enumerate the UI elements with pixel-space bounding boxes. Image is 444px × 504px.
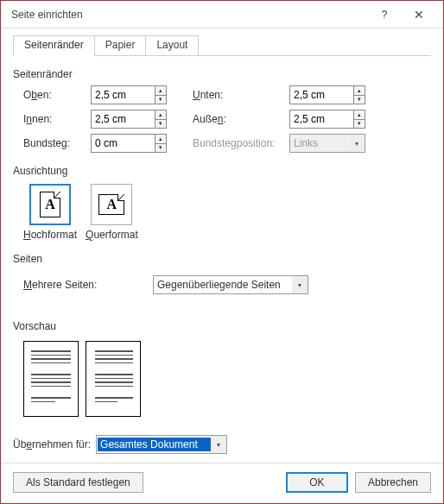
- titlebar: Seite einrichten ? ✕: [1, 1, 443, 28]
- chevron-down-icon[interactable]: ▾: [211, 436, 226, 453]
- multiple-pages-label: Mehrere Seiten:: [23, 279, 143, 291]
- inner-spinner[interactable]: ▲▼: [91, 110, 167, 129]
- apply-label: Übernehmen für:: [13, 438, 91, 450]
- landscape-icon: [98, 194, 124, 215]
- top-spinner[interactable]: ▲▼: [91, 85, 167, 104]
- page-setup-dialog: Seite einrichten ? ✕ Seitenränder Papier…: [0, 0, 444, 504]
- chevron-down-icon[interactable]: ▾: [292, 276, 308, 293]
- down-icon[interactable]: ▼: [155, 144, 166, 153]
- portrait-label: Hochformat: [23, 229, 77, 241]
- dialog-title: Seite einrichten: [11, 9, 367, 21]
- up-icon[interactable]: ▲: [155, 135, 166, 144]
- tab-paper[interactable]: Papier: [94, 35, 147, 56]
- chevron-down-icon: ▾: [349, 135, 365, 152]
- bottom-spinner[interactable]: ▲▼: [289, 85, 365, 104]
- close-button[interactable]: ✕: [402, 3, 436, 27]
- down-icon[interactable]: ▼: [155, 96, 166, 104]
- up-icon[interactable]: ▲: [354, 110, 365, 120]
- outer-label: Außen:: [193, 113, 289, 125]
- preview-heading: Vorschau: [13, 320, 431, 332]
- apply-row: Übernehmen für: Gesamtes Dokument▾: [13, 425, 431, 454]
- landscape-box[interactable]: [91, 184, 132, 225]
- margins-grid: Oben: ▲▼ Unten: ▲▼ Innen: ▲▼ Außen: ▲▼ B…: [23, 85, 431, 153]
- top-input[interactable]: [92, 86, 155, 104]
- portrait-box[interactable]: [29, 184, 71, 225]
- top-label: Oben:: [23, 89, 91, 101]
- multiple-pages-dropdown[interactable]: Gegenüberliegende Seiten▾: [153, 275, 308, 294]
- cancel-button[interactable]: Abbrechen: [355, 472, 431, 493]
- inner-input[interactable]: [92, 110, 155, 128]
- orientation-portrait[interactable]: Hochformat: [23, 184, 77, 241]
- preview-page-left: [23, 341, 79, 417]
- tabs: Seitenränder Papier Layout: [13, 35, 431, 56]
- landscape-label: Querformat: [86, 229, 138, 241]
- orientation-landscape[interactable]: Querformat: [86, 184, 138, 241]
- preview-page-right: [86, 341, 141, 417]
- tab-margins[interactable]: Seitenränder: [13, 35, 95, 56]
- gutter-label: Bundsteg:: [23, 137, 91, 149]
- apply-dropdown[interactable]: Gesamtes Dokument▾: [96, 435, 227, 454]
- down-icon[interactable]: ▼: [155, 120, 166, 129]
- outer-spinner[interactable]: ▲▼: [289, 110, 365, 129]
- inner-label: Innen:: [23, 113, 91, 125]
- pages-row: Mehrere Seiten: Gegenüberliegende Seiten…: [23, 275, 431, 294]
- margins-heading: Seitenränder: [13, 68, 431, 80]
- orientation-row: Hochformat Querformat: [23, 184, 431, 241]
- portrait-icon: [40, 192, 60, 217]
- tab-layout[interactable]: Layout: [145, 35, 199, 56]
- gutterpos-dropdown: Links▾: [289, 134, 365, 153]
- set-default-button[interactable]: Als Standard festlegen: [13, 472, 143, 493]
- gutter-input[interactable]: [92, 135, 155, 152]
- bottom-label: Unten:: [193, 89, 289, 101]
- help-button[interactable]: ?: [367, 3, 402, 27]
- up-icon[interactable]: ▲: [354, 86, 365, 96]
- outer-input[interactable]: [290, 110, 353, 128]
- gutter-spinner[interactable]: ▲▼: [91, 134, 167, 153]
- dialog-content: Seitenränder Papier Layout Seitenränder …: [1, 28, 443, 463]
- gutterpos-label: Bundstegposition:: [193, 137, 289, 149]
- down-icon[interactable]: ▼: [354, 96, 365, 104]
- dialog-footer: Als Standard festlegen OK Abbrechen: [1, 463, 443, 503]
- close-icon: ✕: [414, 8, 424, 22]
- up-icon[interactable]: ▲: [155, 110, 166, 120]
- preview-row: [23, 341, 431, 417]
- bottom-input[interactable]: [290, 86, 353, 104]
- ok-button[interactable]: OK: [286, 472, 348, 493]
- pages-heading: Seiten: [13, 253, 431, 265]
- orientation-heading: Ausrichtung: [13, 165, 431, 177]
- up-icon[interactable]: ▲: [155, 86, 166, 96]
- help-icon: ?: [382, 9, 388, 21]
- down-icon[interactable]: ▼: [354, 120, 365, 129]
